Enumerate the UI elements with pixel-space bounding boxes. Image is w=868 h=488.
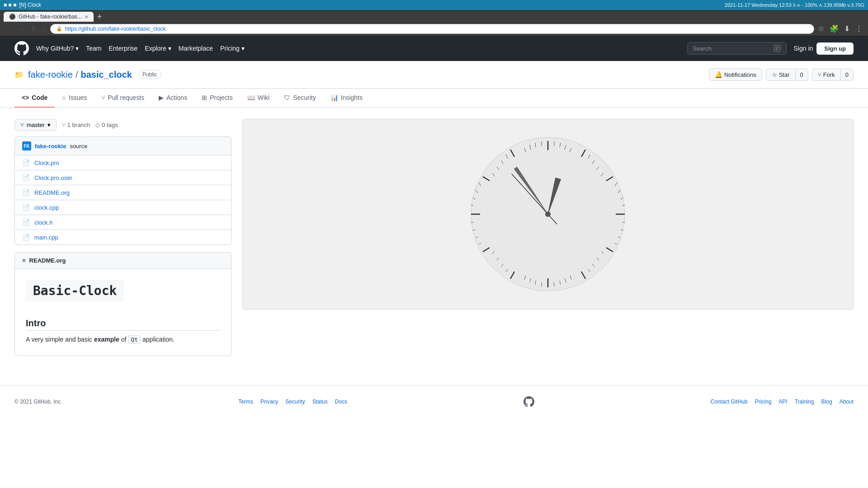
- author-avatar: FK: [22, 141, 31, 150]
- tab-projects[interactable]: ⊞ Projects: [194, 89, 240, 108]
- home-button[interactable]: ⌂: [40, 24, 48, 34]
- clock-container: [242, 119, 854, 310]
- bookmark-button[interactable]: ☆: [816, 23, 826, 34]
- footer-privacy[interactable]: Privacy: [260, 399, 278, 405]
- file-item: 📄 Clock.pro.user: [15, 170, 231, 185]
- bell-icon: 🔔: [715, 71, 722, 78]
- footer-training[interactable]: Training: [795, 399, 814, 405]
- tab-pull-requests[interactable]: ⑂ Pull requests: [94, 89, 151, 108]
- browser-chrome: ⚫ GitHub - fake-rookie/bas... ✕ + ← → ↻ …: [0, 10, 868, 36]
- code-icon: <>: [22, 94, 29, 101]
- star-count[interactable]: 0: [795, 69, 808, 81]
- branch-count[interactable]: ⑂ 1 branch: [62, 122, 90, 128]
- footer-about[interactable]: About: [840, 399, 854, 405]
- repo-header: 📁 fake-rookie / basic_clock Public 🔔 Not…: [0, 61, 868, 89]
- readme-section: ≡ README.org Basic-Clock Intro A very si…: [14, 252, 231, 356]
- tab-title: GitHub - fake-rookie/bas...: [19, 14, 82, 20]
- tab-actions[interactable]: ▶ Actions: [151, 89, 194, 108]
- footer-contact[interactable]: Contact GitHub: [711, 399, 748, 405]
- new-tab-button[interactable]: +: [95, 12, 104, 22]
- repo-owner-link[interactable]: fake-rookie: [28, 70, 73, 80]
- repo-tabs: <> Code ○ Issues ⑂ Pull requests ▶ Actio…: [0, 89, 868, 108]
- nav-icons-right: ☆ 🧩 ⬇ ⋮: [816, 23, 864, 34]
- sign-up-button[interactable]: Sign up: [816, 42, 854, 55]
- visibility-badge: Public: [138, 70, 161, 79]
- sign-in-button[interactable]: Sign in: [794, 42, 813, 55]
- nav-team[interactable]: Team: [86, 45, 101, 52]
- close-tab-button[interactable]: ✕: [85, 14, 88, 19]
- readme-title: Basic-Clock: [26, 280, 124, 302]
- nav-why-github[interactable]: Why GitHub? ▾: [36, 45, 79, 52]
- readme-code: Qt: [128, 335, 141, 344]
- browser-tab[interactable]: ⚫ GitHub - fake-rookie/bas... ✕: [4, 12, 94, 22]
- notifications-button[interactable]: 🔔 Notifications: [709, 68, 762, 81]
- footer-status[interactable]: Status: [312, 399, 328, 405]
- nav-marketplace[interactable]: Marketplace: [179, 45, 213, 52]
- download-button[interactable]: ⬇: [842, 23, 852, 34]
- tab-insights[interactable]: 📊 Insights: [323, 89, 370, 108]
- search-shortcut: /: [774, 45, 780, 52]
- nav-explore[interactable]: Explore ▾: [145, 45, 171, 52]
- file-clock-cpp[interactable]: clock.cpp: [34, 204, 59, 211]
- footer-security[interactable]: Security: [285, 399, 305, 405]
- footer-pricing[interactable]: Pricing: [755, 399, 772, 405]
- footer-api[interactable]: API: [778, 399, 787, 405]
- file-readme-org[interactable]: README.org: [34, 189, 70, 196]
- file-icon: 📄: [22, 234, 30, 241]
- repo-icon: 📁: [14, 70, 24, 79]
- footer-blog[interactable]: Blog: [821, 399, 832, 405]
- os-bar-left: ■ ■ ■ [N] Clock: [4, 2, 41, 8]
- settings-button[interactable]: ⋮: [854, 23, 864, 34]
- file-list: FK fake-rookie source 📄 Clock.pro 📄 Cloc…: [14, 136, 231, 245]
- footer-docs[interactable]: Docs: [335, 399, 347, 405]
- auth-buttons: Sign in Sign up: [794, 42, 854, 55]
- file-clock-pro-user[interactable]: Clock.pro.user: [34, 174, 72, 181]
- readme-body: Basic-Clock Intro A very simple and basi…: [15, 269, 231, 356]
- tab-security[interactable]: 🛡 Security: [277, 89, 323, 108]
- fork-count[interactable]: 0: [840, 69, 854, 81]
- breadcrumb: 📁 fake-rookie / basic_clock Public: [14, 70, 161, 80]
- footer-terms[interactable]: Terms: [238, 399, 253, 405]
- pr-icon: ⑂: [101, 94, 105, 101]
- branch-icon: ⑂: [20, 122, 24, 128]
- tag-icon: ◇: [95, 122, 100, 128]
- tab-favicon: ⚫: [9, 14, 16, 20]
- nav-enterprise[interactable]: Enterprise: [108, 45, 137, 52]
- issues-icon: ○: [62, 94, 66, 101]
- os-bar: ■ ■ ■ [N] Clock 2021-11-17 Wednesday 12:…: [0, 0, 868, 10]
- back-button[interactable]: ←: [4, 24, 14, 34]
- insights-icon: 📊: [330, 94, 338, 101]
- search-bar[interactable]: Search /: [687, 42, 787, 55]
- repo-actions: 🔔 Notifications ☆ Star 0 ⑂ Fork 0: [709, 68, 854, 81]
- star-button[interactable]: ☆ Star: [766, 69, 796, 81]
- file-item: 📄 Clock.pro: [15, 155, 231, 170]
- repo-separator: /: [75, 70, 78, 80]
- main-content: ⑂ master ▾ ⑂ 1 branch ◇ 0 tags FK fake-r…: [0, 108, 868, 367]
- url-text: https://github.com/fake-rookie/basic_clo…: [65, 26, 808, 32]
- commit-author[interactable]: fake-rookie: [35, 143, 66, 150]
- tab-wiki[interactable]: 📖 Wiki: [240, 89, 277, 108]
- branch-selector[interactable]: ⑂ master ▾: [14, 119, 57, 131]
- nav-pricing[interactable]: Pricing ▾: [220, 45, 245, 52]
- readme-header: ≡ README.org: [15, 253, 231, 269]
- security-icon: 🛡: [284, 94, 290, 101]
- clock-preview-section: [242, 119, 854, 310]
- file-clock-h[interactable]: clock.h: [34, 219, 52, 226]
- file-clock-pro[interactable]: Clock.pro: [34, 160, 59, 166]
- tab-code[interactable]: <> Code: [14, 89, 55, 108]
- fork-button[interactable]: ⑂ Fork: [812, 69, 841, 81]
- os-bar-app: [N] Clock: [19, 2, 41, 8]
- url-bar[interactable]: 🔒 https://github.com/fake-rookie/basic_c…: [50, 24, 814, 34]
- branch-bar: ⑂ master ▾ ⑂ 1 branch ◇ 0 tags: [14, 119, 231, 131]
- reload-button[interactable]: ↻: [29, 23, 38, 34]
- repo-name-link[interactable]: basic_clock: [81, 70, 132, 80]
- fork-icon: ⑂: [818, 71, 821, 78]
- extensions-button[interactable]: 🧩: [828, 23, 840, 34]
- file-item: 📄 clock.cpp: [15, 200, 231, 215]
- file-main-cpp[interactable]: main.cpp: [34, 234, 58, 241]
- tab-issues[interactable]: ○ Issues: [55, 89, 94, 108]
- file-list-header: FK fake-rookie source: [15, 137, 231, 155]
- forward-button[interactable]: →: [16, 24, 27, 34]
- github-header: Why GitHub? ▾ Team Enterprise Explore ▾ …: [0, 36, 868, 61]
- tag-count[interactable]: ◇ 0 tags: [95, 122, 118, 128]
